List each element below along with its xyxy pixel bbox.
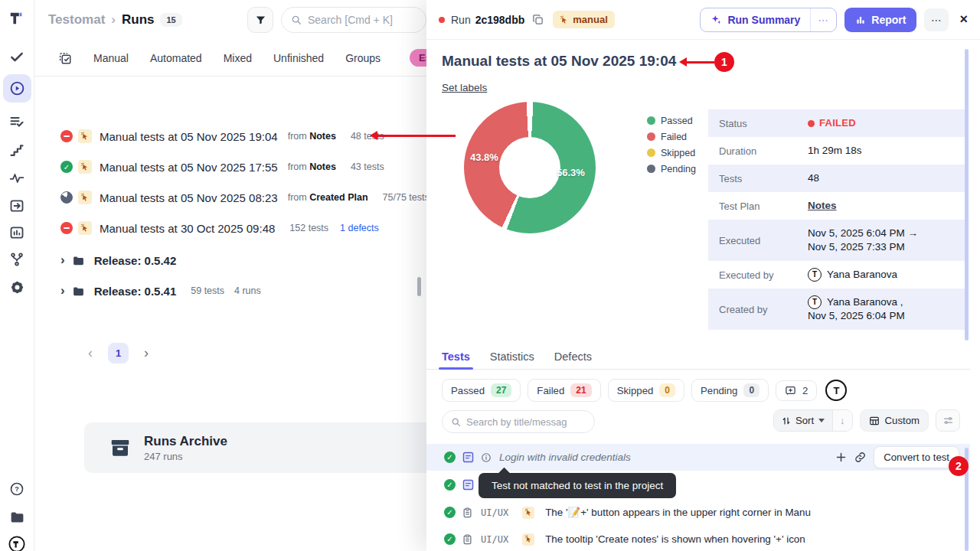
filter-pending-label: Pending bbox=[701, 385, 737, 396]
details-scrollbar-thumb[interactable] bbox=[965, 49, 969, 341]
user-avatar: T bbox=[808, 295, 822, 309]
legend-passed-dot bbox=[647, 116, 655, 125]
result-filters: Passed27 Failed21 Skipped0 Pending0 2 T bbox=[442, 379, 847, 402]
detail-label: Executed bbox=[719, 235, 808, 246]
filter-button[interactable] bbox=[247, 7, 273, 33]
legend-failed: Failed bbox=[661, 132, 687, 142]
select-all-icon[interactable] bbox=[58, 51, 72, 65]
pagination: ‹ 1 › bbox=[88, 343, 149, 364]
sidebar-item-runs[interactable] bbox=[3, 74, 31, 103]
report-button[interactable]: Report bbox=[844, 8, 916, 32]
plus-icon[interactable] bbox=[835, 452, 847, 463]
filter-failed-count: 21 bbox=[570, 383, 591, 397]
legend-failed-dot bbox=[647, 132, 655, 141]
test-row[interactable]: ✓ UI/UX The '📝+' button appears in the u… bbox=[426, 499, 970, 526]
run-from-value: Created Plan bbox=[309, 192, 368, 203]
chevron-down-icon bbox=[818, 419, 825, 422]
manual-run-icon bbox=[78, 160, 92, 174]
tooltip: Test not matched to test in the project bbox=[479, 473, 676, 498]
link-icon[interactable] bbox=[854, 452, 866, 463]
run-defects-link[interactable]: 1 defects bbox=[340, 223, 379, 233]
close-icon[interactable]: × bbox=[959, 11, 968, 28]
tab-manual[interactable]: Manual bbox=[93, 52, 129, 64]
tab-statistics[interactable]: Statistics bbox=[490, 350, 534, 363]
test-row[interactable]: ✓ UI/UX The tooltip 'Create notes' is sh… bbox=[426, 526, 970, 551]
manual-test-icon bbox=[522, 507, 534, 519]
svg-text:?: ? bbox=[15, 485, 19, 493]
copy-icon[interactable] bbox=[532, 14, 544, 25]
page-current[interactable]: 1 bbox=[108, 343, 129, 364]
custom-view-button[interactable]: Custom bbox=[860, 409, 929, 432]
tab-groups[interactable]: Groups bbox=[345, 52, 381, 64]
filter-skipped[interactable]: Skipped0 bbox=[608, 379, 684, 402]
filter-pending-count: 0 bbox=[743, 383, 760, 397]
archive-subtitle: 247 runs bbox=[144, 451, 227, 462]
tab-unfinished[interactable]: Unfinished bbox=[273, 52, 324, 64]
filter-pending[interactable]: Pending0 bbox=[691, 379, 769, 402]
sidebar-item-steps-icon[interactable] bbox=[8, 142, 25, 159]
detail-label: Test Plan bbox=[719, 201, 808, 212]
tab-tests[interactable]: Tests bbox=[442, 350, 470, 363]
sort-button[interactable]: Sort bbox=[774, 410, 832, 431]
filter-failed[interactable]: Failed21 bbox=[528, 379, 600, 402]
tab-defects[interactable]: Defects bbox=[554, 350, 592, 363]
assignee-avatar[interactable]: T bbox=[825, 380, 847, 401]
projects-folder-icon[interactable] bbox=[8, 508, 25, 525]
list-scrollbar-thumb[interactable] bbox=[417, 277, 421, 296]
detail-label: Created by bbox=[719, 304, 808, 315]
search-icon bbox=[451, 417, 461, 427]
run-detail-drawer: Run 2c198dbb manual Run Summary ⋯ Report… bbox=[426, 0, 980, 551]
tab-mixed[interactable]: Mixed bbox=[224, 52, 252, 64]
table-grid-icon bbox=[869, 416, 880, 426]
runs-search-input[interactable] bbox=[308, 14, 407, 26]
run-summary-more-button[interactable]: ⋯ bbox=[810, 8, 836, 31]
test-plan-link[interactable]: Notes bbox=[808, 199, 837, 213]
comments-filter[interactable]: 2 bbox=[776, 380, 817, 401]
sidebar-item-tests-icon[interactable] bbox=[8, 48, 25, 65]
filter-skipped-count: 0 bbox=[659, 383, 675, 397]
comments-count: 2 bbox=[802, 385, 808, 396]
test-title: The tooltip 'Create notes' is shown when… bbox=[545, 533, 805, 545]
set-labels-link[interactable]: Set labels bbox=[442, 82, 487, 93]
sidebar-item-plans-icon[interactable] bbox=[8, 113, 25, 130]
tests-search[interactable] bbox=[442, 410, 595, 433]
folder-name: Release: 0.5.41 bbox=[94, 285, 177, 298]
sidebar-item-import-icon[interactable] bbox=[8, 197, 25, 214]
page-next-icon[interactable]: › bbox=[144, 345, 149, 361]
display-settings-button[interactable] bbox=[936, 409, 960, 432]
tab-automated[interactable]: Automated bbox=[150, 52, 202, 64]
more-options-button[interactable]: ⋯ bbox=[924, 8, 949, 31]
sidebar-item-pulse-icon[interactable] bbox=[8, 170, 25, 187]
page-prev-icon[interactable]: ‹ bbox=[88, 345, 93, 361]
convert-to-test-button[interactable]: Convert to test bbox=[874, 446, 959, 468]
sidebar-item-branches-icon[interactable] bbox=[8, 251, 25, 268]
help-icon[interactable]: ? bbox=[8, 481, 25, 497]
sidebar-item-settings-icon[interactable] bbox=[8, 279, 25, 295]
test-row[interactable]: ✓ Login with invalid credentials Convert… bbox=[426, 444, 970, 471]
run-title: Manual tests at 05 Nov 2025 08:23 bbox=[100, 191, 278, 204]
tests-search-input[interactable] bbox=[466, 416, 581, 428]
chevron-right-icon[interactable]: › bbox=[60, 253, 65, 266]
sort-label: Sort bbox=[795, 415, 814, 426]
breadcrumb-app[interactable]: Testomat bbox=[48, 12, 105, 28]
filter-passed[interactable]: Passed27 bbox=[442, 379, 521, 402]
status-passed-icon: ✓ bbox=[444, 452, 456, 463]
annotation-arrow-line bbox=[685, 61, 714, 64]
sidebar-item-analytics-icon[interactable] bbox=[8, 224, 25, 241]
testomat-logo-icon[interactable] bbox=[8, 10, 25, 27]
test-title: The '📝+' button appears in the upper rig… bbox=[545, 507, 811, 518]
detail-label: Tests bbox=[719, 173, 808, 184]
sort-direction-button[interactable]: ↓ bbox=[832, 410, 852, 431]
runs-search[interactable] bbox=[281, 7, 426, 33]
filter-passed-count: 27 bbox=[491, 383, 511, 397]
annotation-arrow-head bbox=[370, 131, 377, 140]
run-summary-button[interactable]: Run Summary bbox=[701, 8, 810, 31]
account-avatar[interactable] bbox=[8, 536, 25, 551]
chevron-right-icon[interactable]: › bbox=[60, 284, 65, 297]
clipboard-icon bbox=[462, 507, 473, 519]
run-status-dot bbox=[439, 17, 445, 23]
status-failed-icon bbox=[60, 130, 73, 142]
manual-run-icon bbox=[78, 191, 92, 204]
run-summary-label: Run Summary bbox=[727, 14, 800, 26]
run-tests-count: 43 tests bbox=[351, 161, 384, 172]
